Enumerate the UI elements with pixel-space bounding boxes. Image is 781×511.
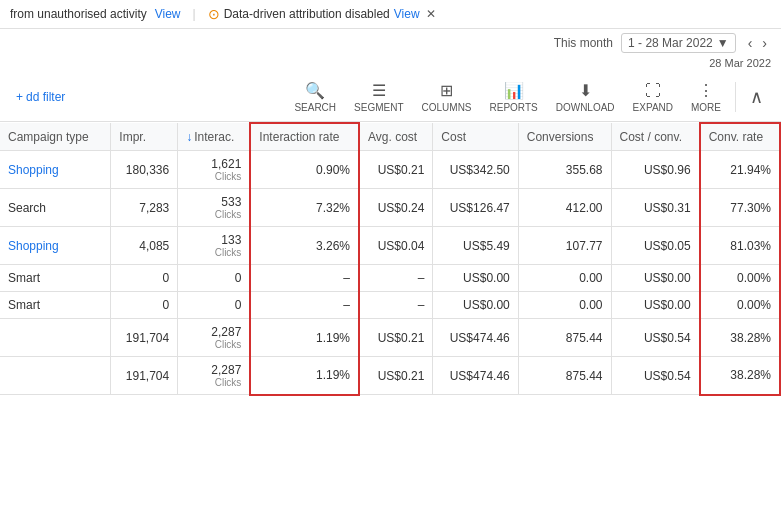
cell-campaign-type[interactable]: Shopping	[0, 227, 111, 265]
data-table-container: Campaign type Impr. ↓Interac. Interactio…	[0, 122, 781, 396]
table-header-row: Campaign type Impr. ↓Interac. Interactio…	[0, 123, 780, 151]
cell-cost: US$342.50	[433, 151, 518, 189]
cell-conversions: 0.00	[518, 265, 611, 292]
download-icon: ⬇	[579, 81, 592, 100]
toolbar: + dd filter 🔍 SEARCH ☰ SEGMENT ⊞ COLUMNS…	[0, 73, 781, 122]
table-row: Shopping4,085133Clicks3.26%US$0.04US$5.4…	[0, 227, 780, 265]
expand-label: EXPAND	[633, 102, 673, 113]
cell-impr: 7,283	[111, 189, 178, 227]
add-filter-label: dd filter	[26, 90, 65, 104]
table-row: Search7,283533Clicks7.32%US$0.24US$126.4…	[0, 189, 780, 227]
warning-icon: ⊙	[208, 6, 220, 22]
unauthorized-text: from unauthorised activity	[10, 7, 147, 21]
cell-conversions: 875.44	[518, 357, 611, 395]
header-avg-cost[interactable]: Avg. cost	[359, 123, 433, 151]
cell-avg-cost: –	[359, 265, 433, 292]
cell-campaign-type: Smart	[0, 292, 111, 319]
cell-cost-conv: US$0.05	[611, 227, 700, 265]
header-interaction-rate[interactable]: Interaction rate	[250, 123, 359, 151]
header-campaign-type[interactable]: Campaign type	[0, 123, 111, 151]
date-range-selector[interactable]: 1 - 28 Mar 2022 ▼	[621, 33, 736, 53]
cell-cost: US$0.00	[433, 265, 518, 292]
download-button[interactable]: ⬇ DOWNLOAD	[548, 77, 623, 117]
cell-cost: US$0.00	[433, 292, 518, 319]
more-label: MORE	[691, 102, 721, 113]
cell-impr: 0	[111, 265, 178, 292]
cell-interaction-rate: 7.32%	[250, 189, 359, 227]
cell-interaction-rate: 1.19%	[250, 357, 359, 395]
reports-button[interactable]: 📊 REPORTS	[482, 77, 546, 117]
header-cost[interactable]: Cost	[433, 123, 518, 151]
cell-cost-conv: US$0.96	[611, 151, 700, 189]
cell-interactions: 2,287Clicks	[178, 357, 251, 395]
search-button[interactable]: 🔍 SEARCH	[286, 77, 344, 117]
cell-interactions: 2,287Clicks	[178, 319, 251, 357]
date-range-text: 1 - 28 Mar 2022	[628, 36, 713, 50]
cell-conversions: 875.44	[518, 319, 611, 357]
view-link-2[interactable]: View	[394, 7, 420, 21]
this-month-label: This month	[554, 36, 613, 50]
add-filter-button[interactable]: + dd filter	[10, 86, 71, 108]
reports-label: REPORTS	[490, 102, 538, 113]
plus-icon: +	[16, 90, 23, 104]
cell-conv-rate: 0.00%	[700, 265, 780, 292]
expand-button[interactable]: ⛶ EXPAND	[625, 78, 681, 117]
attribution-warning: ⊙ Data-driven attribution disabled View …	[208, 6, 438, 22]
cell-campaign-type[interactable]: Shopping	[0, 151, 111, 189]
search-icon: 🔍	[305, 81, 325, 100]
cell-interactions: 533Clicks	[178, 189, 251, 227]
cell-avg-cost: US$0.21	[359, 151, 433, 189]
cell-conv-rate: 77.30%	[700, 189, 780, 227]
cell-interactions: 0	[178, 265, 251, 292]
cell-impr: 191,704	[111, 319, 178, 357]
table-row: Shopping180,3361,621Clicks0.90%US$0.21US…	[0, 151, 780, 189]
view-link-1[interactable]: View	[155, 7, 181, 21]
prev-date-button[interactable]: ‹	[744, 33, 757, 53]
cell-campaign-type: Smart	[0, 265, 111, 292]
cell-cost-conv: US$0.00	[611, 292, 700, 319]
header-conv-rate[interactable]: Conv. rate	[700, 123, 780, 151]
separator: |	[193, 7, 196, 21]
header-conversions[interactable]: Conversions	[518, 123, 611, 151]
header-interactions[interactable]: ↓Interac.	[178, 123, 251, 151]
date-navigation: ‹ ›	[744, 33, 771, 53]
next-date-button[interactable]: ›	[758, 33, 771, 53]
attribution-text: Data-driven attribution disabled	[224, 7, 390, 21]
cell-interaction-rate: 0.90%	[250, 151, 359, 189]
collapse-button[interactable]: ∧	[742, 82, 771, 112]
cell-cost-conv: US$0.54	[611, 319, 700, 357]
dropdown-icon: ▼	[717, 36, 729, 50]
cell-conv-rate: 21.94%	[700, 151, 780, 189]
segment-label: SEGMENT	[354, 102, 403, 113]
data-table: Campaign type Impr. ↓Interac. Interactio…	[0, 122, 781, 396]
columns-icon: ⊞	[440, 81, 453, 100]
more-button[interactable]: ⋮ MORE	[683, 77, 729, 117]
sort-down-icon: ↓	[186, 130, 192, 144]
cell-cost-conv: US$0.31	[611, 189, 700, 227]
cell-avg-cost: US$0.21	[359, 319, 433, 357]
columns-button[interactable]: ⊞ COLUMNS	[414, 77, 480, 117]
cell-conversions: 412.00	[518, 189, 611, 227]
table-row: 191,7042,287Clicks1.19%US$0.21US$474.468…	[0, 319, 780, 357]
header-impr[interactable]: Impr.	[111, 123, 178, 151]
cell-cost-conv: US$0.00	[611, 265, 700, 292]
header-cost-conv[interactable]: Cost / conv.	[611, 123, 700, 151]
expand-icon: ⛶	[645, 82, 661, 100]
segment-icon: ☰	[372, 81, 386, 100]
segment-button[interactable]: ☰ SEGMENT	[346, 77, 411, 117]
cell-avg-cost: US$0.24	[359, 189, 433, 227]
table-row: Smart00––US$0.000.00US$0.000.00%	[0, 292, 780, 319]
cell-campaign-type	[0, 357, 111, 395]
cell-campaign-type	[0, 319, 111, 357]
cell-interaction-rate: –	[250, 265, 359, 292]
cell-interactions: 0	[178, 292, 251, 319]
date-bar: This month 1 - 28 Mar 2022 ▼ ‹ ›	[0, 29, 781, 57]
download-label: DOWNLOAD	[556, 102, 615, 113]
cell-interaction-rate: 3.26%	[250, 227, 359, 265]
toolbar-separator	[735, 82, 736, 112]
top-bar: from unauthorised activity View | ⊙ Data…	[0, 0, 781, 29]
cell-conv-rate: 81.03%	[700, 227, 780, 265]
cell-cost-conv: US$0.54	[611, 357, 700, 395]
cell-conversions: 107.77	[518, 227, 611, 265]
close-button[interactable]: ✕	[424, 7, 438, 21]
